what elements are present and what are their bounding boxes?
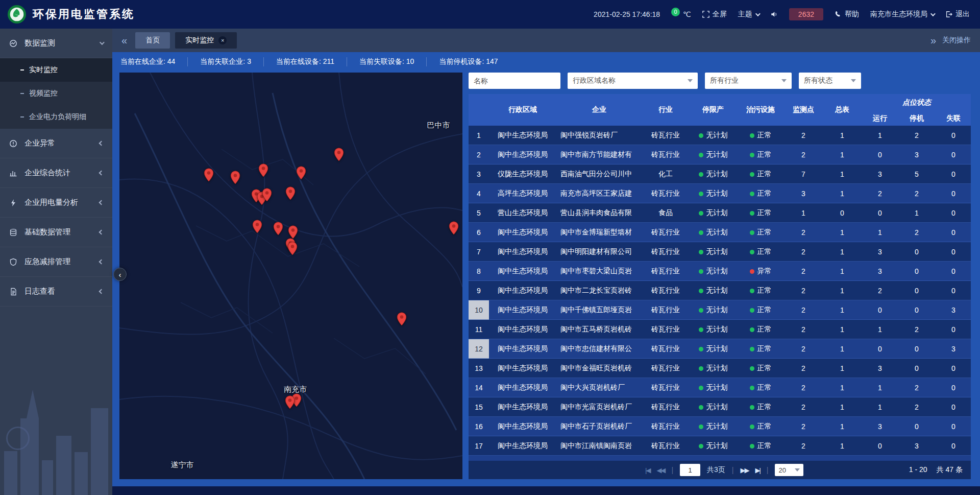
row-facility: 正常 [737, 417, 784, 436]
map-pin-icon[interactable] [449, 221, 459, 235]
region-filter-select[interactable]: 行政区域名称 [568, 73, 698, 89]
map-pin-icon[interactable] [258, 163, 268, 177]
table-row[interactable]: 2阆中生态环境局阆中市南方节能建材有砖瓦行业无计划正常21030 [469, 145, 971, 164]
app-logo-icon [7, 5, 27, 24]
close-operations-button[interactable]: 关闭操作 [942, 36, 971, 45]
sidebar-item-company-stats[interactable]: 企业综合统计 [0, 158, 112, 188]
table-row[interactable]: 5营山生态环境局营山县润丰肉食品有限食品无计划正常10010 [469, 203, 971, 223]
power-analysis-icon [9, 199, 18, 207]
table-row[interactable]: 14阆中生态环境局阆中大兴页岩机砖厂砖瓦行业无计划正常21120 [469, 378, 971, 397]
map-pin-icon[interactable] [204, 168, 214, 182]
menu-dash-icon [20, 116, 24, 117]
org-dropdown[interactable]: 南充市生态环境局 [870, 10, 934, 19]
tab-首页[interactable]: 首页 [135, 32, 170, 49]
row-industry: 砖瓦行业 [642, 281, 689, 300]
temperature-unit: ℃ [683, 10, 691, 18]
state-filter-select[interactable]: 所有状态 [799, 73, 861, 89]
sidebar-item-base-data[interactable]: 基础数据管理 [0, 218, 112, 247]
table-row[interactable]: 6阆中生态环境局阆中市金博瑞新型墙材砖瓦行业无计划正常21120 [469, 223, 971, 242]
status-dot-icon [750, 444, 754, 449]
menu-dash-icon [20, 93, 24, 94]
sidebar-item-company-abnormal[interactable]: 企业异常 [0, 129, 112, 158]
table-row[interactable]: 1阆中生态环境局阆中强锐页岩砖厂砖瓦行业无计划正常21120 [469, 126, 971, 145]
status-dot-icon [699, 250, 703, 254]
sidebar-item-log-view[interactable]: 日志查看 [0, 277, 112, 307]
map-pin-icon[interactable] [288, 225, 298, 239]
status-dot-icon [699, 347, 703, 351]
table-row[interactable]: 13阆中生态环境局阆中市金福旺页岩机砖砖瓦行业无计划正常21300 [469, 359, 971, 378]
table-row[interactable]: 10阆中生态环境局阆中千佛镇五郎垭页岩砖瓦行业无计划正常21003 [469, 300, 971, 320]
table-row[interactable]: 4高坪生态环境局南充市高坪区王家店建砖瓦行业无计划正常31220 [469, 184, 971, 203]
row-index: 8 [469, 262, 489, 281]
pagination-bar: |◀ ◀◀ | 共3页 | ▶▶ ▶| | 20 [469, 461, 971, 479]
tab-close-icon[interactable]: × [218, 36, 227, 44]
page-size-select[interactable]: 20 [775, 464, 803, 476]
tabs-scroll-right-button[interactable]: » [930, 35, 936, 45]
row-facility: 正常 [737, 164, 784, 184]
map-pin-icon[interactable] [285, 186, 296, 200]
status-dot-icon [699, 308, 703, 313]
map-pin-icon[interactable] [252, 220, 262, 233]
next-page-button[interactable]: ▶▶ [740, 466, 748, 474]
map-pin-icon[interactable] [287, 242, 298, 255]
sidebar-collapse-button[interactable]: ‹ [113, 268, 127, 281]
map-pin-icon[interactable] [262, 188, 272, 202]
map-pin-icon[interactable] [296, 166, 306, 180]
map-pin-icon[interactable] [397, 312, 407, 326]
status-dot-icon [750, 133, 754, 138]
prev-page-button[interactable]: ◀◀ [656, 466, 665, 474]
table-row[interactable]: 9阆中生态环境局阆中市二龙长宝页岩砖砖瓦行业无计划正常21200 [469, 281, 971, 300]
row-lost: 0 [935, 359, 971, 378]
row-facility: 异常 [737, 262, 784, 281]
sidebar-subitem[interactable]: 企业电力负荷明细 [0, 105, 112, 129]
name-filter-input[interactable] [469, 73, 560, 89]
table-row[interactable]: 18南部生态环境局南部县建兴建材有限公砖瓦行业无计划正常21030 [469, 456, 971, 461]
page-number-input[interactable] [680, 464, 700, 476]
status-bar: 当前在线企业: 44当前失联企业: 3当前在线设备: 211当前失联设备: 10… [112, 52, 980, 72]
row-stop: 2 [898, 378, 935, 397]
map-pin-icon[interactable] [230, 171, 240, 184]
table-row[interactable]: 11阆中生态环境局阆中市五马桥页岩机砖砖瓦行业无计划正常21120 [469, 320, 971, 339]
industry-filter-select[interactable]: 所有行业 [705, 73, 792, 89]
status-dot-icon [750, 192, 754, 196]
map-panel[interactable]: 巴中市南充市遂宁市 [119, 73, 462, 479]
row-facility: 正常 [737, 126, 784, 145]
table-row[interactable]: 16阆中生态环境局阆中市石子页岩机砖厂砖瓦行业无计划正常21300 [469, 417, 971, 436]
map-pin-icon[interactable] [273, 222, 283, 235]
row-meters: 1 [823, 184, 862, 203]
row-lost: 0 [935, 126, 971, 145]
table-row[interactable]: 7阆中生态环境局阆中明阳建材有限公司砖瓦行业无计划正常21300 [469, 242, 971, 262]
sidebar-submenu: 实时监控视频监控企业电力负荷明细 [0, 58, 112, 129]
row-region: 高坪生态环境局 [489, 184, 556, 203]
row-points: 2 [784, 300, 823, 320]
theme-dropdown[interactable]: 主题 [738, 10, 759, 19]
tabs-scroll-left-button[interactable]: « [121, 35, 127, 45]
sidebar-subitem[interactable]: 实时监控 [0, 58, 112, 82]
table-row[interactable]: 3仪陇生态环境局西南油气田分公司川中化工无计划正常71350 [469, 164, 971, 184]
table-row[interactable]: 12阆中生态环境局阆中市忠信建材有限公砖瓦行业无计划正常21003 [469, 339, 971, 359]
map-pin-icon[interactable] [334, 148, 344, 161]
sidebar-subitem[interactable]: 视频监控 [0, 82, 112, 105]
row-lost: 3 [935, 300, 971, 320]
row-industry: 砖瓦行业 [642, 320, 689, 339]
notification-count-badge[interactable]: 2632 [789, 8, 823, 20]
status-dot-icon [750, 425, 754, 429]
table-row[interactable]: 17阆中生态环境局阆中市江南镇阆南页岩砖瓦行业无计划正常21030 [469, 436, 971, 456]
first-page-button[interactable]: |◀ [645, 466, 650, 474]
tab-实时监控[interactable]: 实时监控× [175, 32, 237, 49]
status-dot-icon [699, 366, 703, 371]
sidebar-item-emergency-mgmt[interactable]: 应急减排管理 [0, 247, 112, 277]
row-stop: 0 [898, 417, 935, 436]
row-run: 1 [862, 378, 898, 397]
sidebar-item-data-monitor[interactable]: 数据监测 [0, 29, 112, 58]
sound-icon[interactable] [770, 11, 778, 18]
table-row[interactable]: 8阆中生态环境局阆中市枣碧大梁山页岩砖瓦行业无计划异常21300 [469, 262, 971, 281]
last-page-button[interactable]: ▶| [755, 466, 760, 474]
table-row[interactable]: 15阆中生态环境局阆中市光富页岩机砖厂砖瓦行业无计划正常21120 [469, 397, 971, 417]
help-button[interactable]: 帮助 [835, 10, 859, 19]
row-limit: 无计划 [689, 417, 737, 436]
fullscreen-button[interactable]: 全屏 [702, 10, 727, 19]
logout-button[interactable]: 退出 [945, 10, 970, 19]
map-pin-icon[interactable] [285, 395, 295, 409]
sidebar-item-power-analysis[interactable]: 企业用电量分析 [0, 188, 112, 218]
